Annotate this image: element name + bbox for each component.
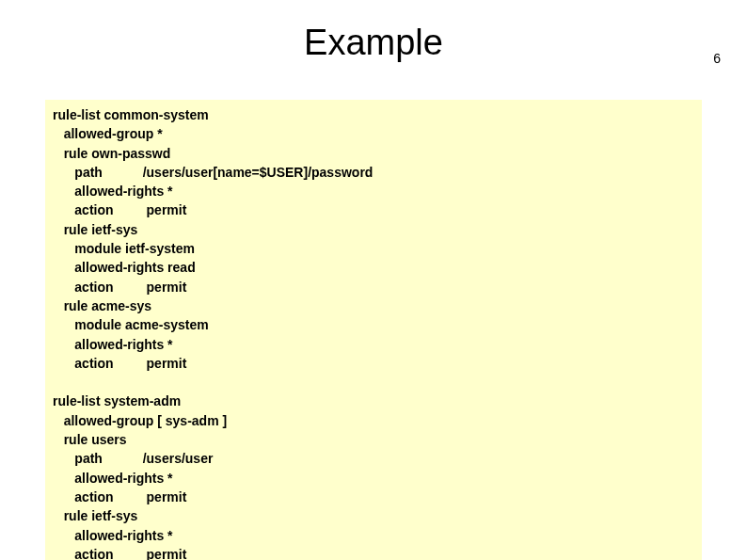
slide: 6 Example rule-list common-system allowe…: [0, 23, 747, 560]
page-number: 6: [713, 51, 721, 66]
slide-title: Example: [0, 23, 747, 63]
code-block: rule-list common-system allowed-group * …: [53, 105, 694, 560]
code-box: rule-list common-system allowed-group * …: [45, 100, 702, 560]
